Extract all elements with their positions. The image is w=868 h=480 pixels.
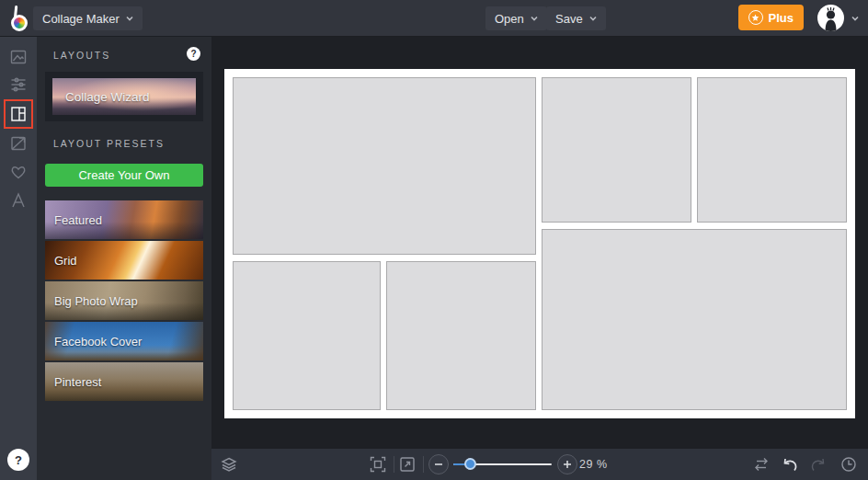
preset-list: Featured Grid Big Photo Wrap Facebook Co… — [45, 200, 203, 403]
preset-item-big-photo-wrap[interactable]: Big Photo Wrap — [45, 281, 203, 322]
divider — [423, 456, 424, 473]
sidebar-item-text[interactable] — [9, 191, 28, 210]
sidebar-item-photo-editor[interactable] — [9, 48, 28, 66]
undo-icon — [781, 455, 799, 474]
zoom-slider[interactable] — [453, 463, 552, 465]
collage-cell[interactable] — [386, 261, 536, 410]
layers-button[interactable] — [220, 455, 238, 474]
history-clock-icon — [839, 455, 858, 474]
layouts-icon — [9, 105, 28, 123]
layouts-panel: LAYOUTS ? Collage Wizard LAYOUT PRESETS … — [37, 37, 211, 480]
zoom-in-button[interactable] — [557, 454, 577, 474]
layouts-help-icon[interactable]: ? — [187, 47, 200, 61]
help-glyph: ? — [15, 453, 22, 467]
preset-label: Featured — [45, 213, 102, 227]
app-menu-dropdown[interactable]: Collage Maker — [33, 6, 143, 30]
collage-board[interactable] — [224, 69, 855, 418]
bottom-toolbar: 29 % — [211, 449, 868, 480]
collage-maker-app: Collage Maker Open Save Plus — [0, 0, 868, 480]
collage-wizard-thumbnail: Collage Wizard — [52, 78, 196, 115]
open-label: Open — [495, 12, 524, 26]
fullscreen-button[interactable] — [398, 455, 417, 474]
collage-cell[interactable] — [542, 77, 691, 223]
chevron-down-icon — [126, 15, 133, 22]
collage-cell[interactable] — [542, 229, 847, 410]
logo-color-wheel — [11, 15, 28, 31]
zoom-in-icon — [562, 459, 573, 470]
layouts-header: LAYOUTS — [53, 50, 110, 61]
sidebar-item-favorites[interactable] — [9, 163, 28, 181]
star-icon — [748, 10, 763, 25]
fit-screen-icon — [369, 455, 387, 474]
redo-button[interactable] — [809, 455, 828, 474]
plus-label: Plus — [769, 11, 794, 25]
preset-label: Grid — [45, 254, 77, 268]
collage-cell[interactable] — [233, 261, 381, 410]
avatar-chevron-down-icon[interactable] — [851, 15, 859, 22]
tool-rail: ? — [0, 37, 37, 480]
collage-cell[interactable] — [697, 77, 847, 223]
sidebar-item-layouts[interactable] — [9, 105, 28, 123]
topbar: Collage Maker Open Save Plus — [0, 0, 868, 37]
create-your-own-button[interactable]: Create Your Own — [45, 164, 203, 187]
zoom-out-icon — [433, 459, 444, 470]
layout-presets-header: LAYOUT PRESETS — [53, 138, 165, 149]
preset-item-grid[interactable]: Grid — [45, 241, 203, 281]
preset-item-pinterest[interactable]: Pinterest — [45, 362, 203, 403]
sidebar-item-graphics[interactable] — [9, 134, 28, 153]
befunky-logo[interactable] — [9, 6, 31, 31]
save-dropdown[interactable]: Save — [546, 6, 606, 30]
chevron-down-icon — [531, 15, 538, 22]
text-icon — [9, 191, 28, 210]
adjustments-icon — [9, 75, 28, 94]
sidebar-item-adjustments[interactable] — [9, 75, 28, 94]
app-menu-label: Collage Maker — [42, 12, 120, 26]
plus-upgrade-button[interactable]: Plus — [738, 5, 804, 30]
avatar[interactable] — [817, 5, 844, 31]
layers-icon — [220, 455, 238, 474]
save-label: Save — [555, 12, 583, 26]
preset-item-facebook-cover[interactable]: Facebook Cover — [45, 322, 203, 362]
collage-cell[interactable] — [233, 77, 536, 255]
preset-label: Big Photo Wrap — [45, 294, 138, 308]
preset-label: Facebook Cover — [45, 335, 142, 349]
history-button[interactable] — [839, 455, 858, 474]
help-glyph: ? — [190, 49, 196, 59]
fit-to-screen-button[interactable] — [369, 455, 387, 474]
zoom-percent-value: 29 % — [579, 458, 622, 471]
collage-wizard-label: Collage Wizard — [65, 90, 150, 104]
favorites-heart-icon — [9, 163, 28, 181]
compare-icon — [752, 455, 771, 474]
zoom-slider-knob[interactable] — [464, 458, 476, 470]
photo-editor-icon — [9, 48, 28, 66]
graphics-icon — [9, 134, 28, 153]
divider — [394, 456, 394, 473]
canvas-area — [211, 37, 868, 449]
undo-button[interactable] — [781, 455, 799, 474]
open-dropdown[interactable]: Open — [485, 6, 547, 30]
collage-wizard-card[interactable]: Collage Wizard — [45, 72, 203, 121]
preset-item-featured[interactable]: Featured — [45, 200, 203, 241]
fullscreen-icon — [398, 455, 417, 474]
preset-label: Pinterest — [45, 375, 101, 389]
compare-button[interactable] — [752, 455, 771, 474]
redo-icon — [809, 455, 828, 474]
help-button[interactable]: ? — [7, 449, 29, 471]
chevron-down-icon — [589, 15, 597, 22]
zoom-out-button[interactable] — [428, 454, 449, 474]
